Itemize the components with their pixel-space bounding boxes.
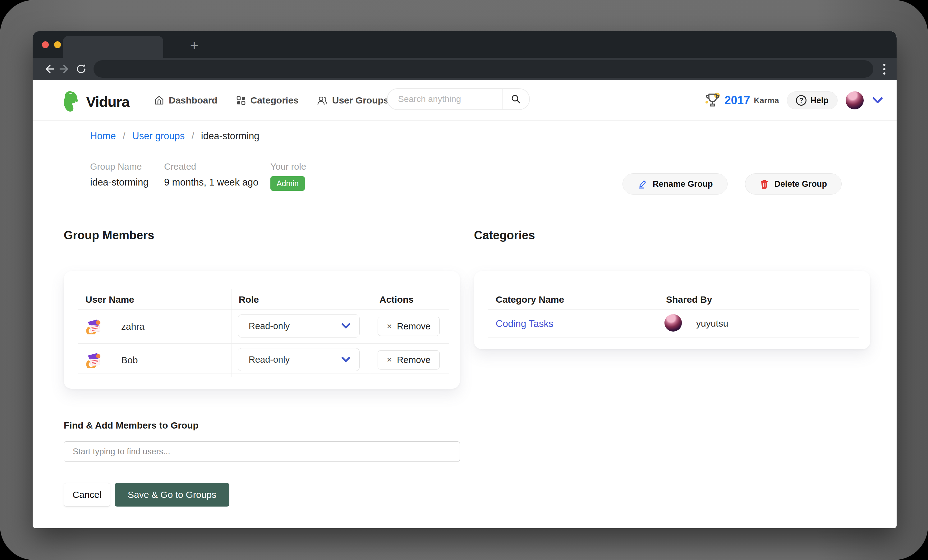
col-category-name: Category Name [496,294,564,305]
search-icon [511,94,521,104]
home-icon [154,95,165,106]
nav-categories[interactable]: Categories [235,95,299,106]
footer-buttons: Cancel Save & Go to Groups [64,483,229,507]
search-input[interactable] [388,94,502,104]
find-add-members-title: Find & Add Members to Group [64,420,198,431]
breadcrumb-separator: / [123,131,125,142]
group-created-label: Created [164,162,270,172]
remove-label: Remove [397,355,430,365]
vidura-sloth-icon [61,88,84,115]
brand-logo[interactable]: Vidura [61,88,129,115]
col-shared-by: Shared By [666,294,712,305]
breadcrumb-home[interactable]: Home [90,131,116,142]
your-role-field: Your role Admin [270,162,306,191]
member-name: Bob [121,355,138,365]
member-avatar [85,317,102,334]
delete-group-button[interactable]: Delete Group [745,173,842,195]
save-go-to-groups-button[interactable]: Save & Go to Groups [114,483,229,507]
column-divider [370,289,370,377]
rename-group-label: Rename Group [653,179,713,189]
col-role: Role [239,294,259,305]
breadcrumb-user-groups[interactable]: User groups [132,131,185,142]
trash-icon [760,179,769,189]
column-divider [232,289,232,377]
back-button[interactable] [41,61,57,77]
nav-user-groups-label: User Groups [332,95,389,106]
rename-group-button[interactable]: Rename Group [623,173,728,195]
karma-display[interactable]: 2017 Karma [705,92,779,109]
row-divider [488,309,859,310]
breadcrumb-separator: / [191,131,194,142]
group-members-title: Group Members [64,229,154,242]
user-menu-button[interactable] [872,96,884,104]
row-divider [78,343,449,344]
your-role-label: Your role [270,162,306,172]
find-users-input[interactable] [64,441,460,462]
forward-button[interactable] [57,61,73,77]
row-divider [488,337,859,337]
search-box [387,88,530,110]
header-right: 2017 Karma ? Help [705,80,884,121]
reload-button[interactable] [73,61,89,77]
forward-arrow-icon [59,63,71,75]
chevron-down-icon [872,96,884,104]
select-chevron-icon [341,323,351,329]
nav-dashboard[interactable]: Dashboard [154,95,218,106]
group-members-card: User Name Role Actions zahra Read-only [64,271,460,389]
nav-categories-label: Categories [250,95,299,106]
shared-by-avatar [664,314,682,331]
group-meta: Group Name idea-storming Created 9 month… [90,162,306,191]
karma-label: Karma [754,96,779,105]
trophy-icon [705,92,721,109]
row-divider [78,374,449,374]
col-actions: Actions [380,294,414,305]
app-page: Vidura Dashboard Categories User Groups [33,80,897,528]
browser-menu-button[interactable] [880,61,888,78]
group-name-value: idea-storming [90,177,164,188]
role-badge: Admin [270,176,305,191]
back-arrow-icon [43,63,55,75]
role-select[interactable]: Read-only [238,348,360,371]
role-select-value: Read-only [238,355,341,365]
remove-member-button[interactable]: × Remove [378,317,440,336]
breadcrumb-current: idea-storming [201,131,259,142]
cancel-button[interactable]: Cancel [64,483,110,507]
delete-group-label: Delete Group [774,179,827,189]
help-icon: ? [796,95,806,106]
remove-x-icon: × [387,355,392,365]
browser-toolbar [33,58,897,80]
edit-pencil-icon [637,179,647,189]
browser-tabstrip: + [33,31,897,58]
categories-title: Categories [474,229,535,242]
main-nav: Dashboard Categories User Groups [154,80,388,121]
group-created-field: Created 9 months, 1 week ago [164,162,270,191]
category-link[interactable]: Coding Tasks [496,318,554,330]
help-button[interactable]: ? Help [787,92,838,109]
address-bar[interactable] [93,60,873,78]
categories-grid-icon [235,95,246,106]
group-created-value: 9 months, 1 week ago [164,177,270,188]
user-avatar[interactable] [846,92,864,109]
nav-user-groups[interactable]: User Groups [317,95,389,106]
app-header: Vidura Dashboard Categories User Groups [33,80,897,121]
help-label: Help [810,96,829,105]
brand-name: Vidura [86,93,129,110]
remove-member-button[interactable]: × Remove [378,350,440,369]
breadcrumb: Home / User groups / idea-storming [90,131,259,142]
browser-window: + [33,31,897,528]
minimize-window-button[interactable] [54,41,61,48]
close-window-button[interactable] [42,41,49,48]
browser-tab[interactable] [63,36,163,58]
karma-value: 2017 [725,94,750,107]
group-name-label: Group Name [90,162,164,172]
nav-dashboard-label: Dashboard [169,95,218,106]
member-avatar [85,351,102,368]
user-groups-icon [317,95,328,106]
col-user-name: User Name [85,294,134,305]
group-actions: Rename Group Delete Group [623,173,842,195]
new-tab-button[interactable]: + [186,37,203,54]
device-frame: + [0,0,928,560]
role-select[interactable]: Read-only [238,314,360,337]
select-chevron-icon [341,356,351,363]
search-button[interactable] [502,89,529,109]
